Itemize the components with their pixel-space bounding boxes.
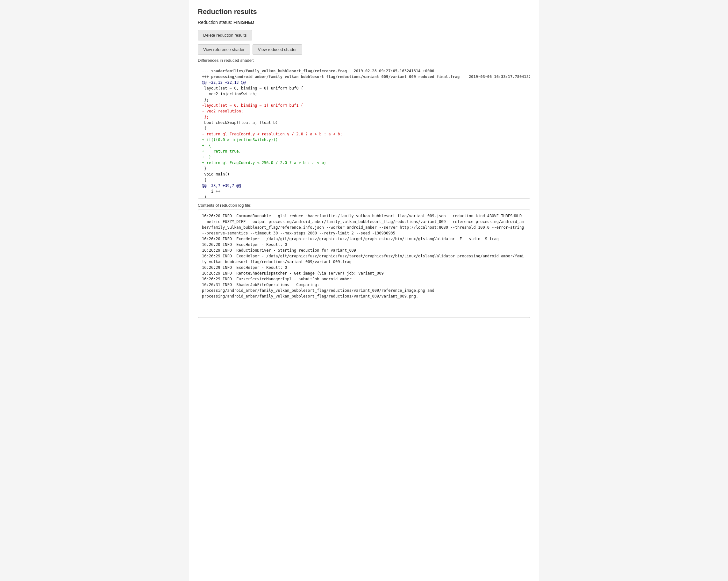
diff-label: Differences in reduced shader: (198, 58, 530, 63)
shader-buttons-row: View reference shader View reduced shade… (198, 44, 530, 55)
diff-content-box[interactable]: --- shaderfamilies/family_vulkan_bubbles… (198, 65, 530, 198)
delete-reduction-button[interactable]: Delete reduction results (198, 30, 252, 41)
delete-button-row: Delete reduction results (198, 30, 530, 41)
page-container: Reduction results Reduction status: FINI… (189, 0, 539, 581)
status-line: Reduction status: FINISHED (198, 20, 530, 25)
view-reference-shader-button[interactable]: View reference shader (198, 44, 250, 55)
log-content-box[interactable]: 16:26:20 INFO CommandRunnable - glsl-red… (198, 209, 530, 318)
status-value: FINISHED (233, 20, 254, 25)
status-label: Reduction status: (198, 20, 233, 25)
log-label: Contents of reduction log file: (198, 203, 530, 208)
page-title: Reduction results (198, 8, 530, 16)
view-reduced-shader-button[interactable]: View reduced shader (253, 44, 302, 55)
